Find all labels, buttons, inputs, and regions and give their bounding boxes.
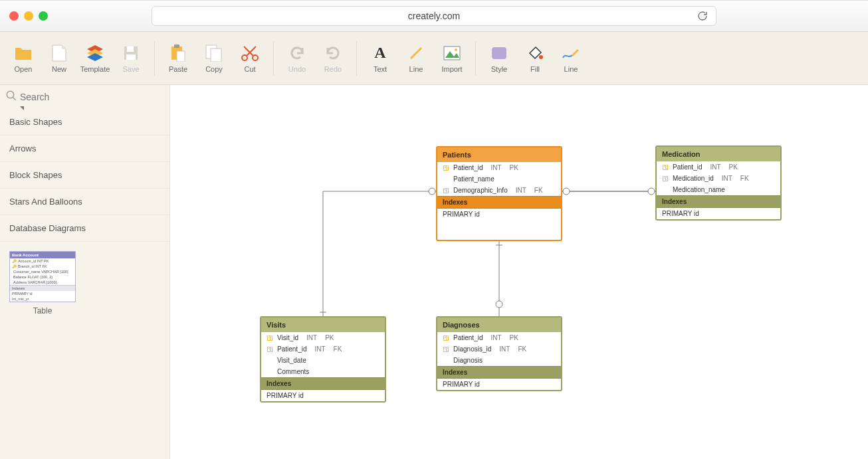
key-icon: ⚿ [443, 335, 449, 341]
bucket-icon [526, 44, 544, 62]
category-stars-balloons[interactable]: Stars And Balloons [0, 189, 169, 215]
entity-medication[interactable]: Medication ⚿ Patient_id INT PK ⚿ Medicat… [655, 145, 782, 221]
key-icon: ⚿ [443, 187, 449, 194]
shape-gallery: Bank Account 🔑Account_id INT PK 🔑Branch_… [0, 242, 169, 325]
key-icon: ⚿ [267, 346, 273, 353]
close-window-button[interactable] [9, 11, 19, 21]
column-row[interactable]: ⚿ Patient_id INT PK [437, 162, 561, 173]
svg-point-18 [455, 48, 457, 51]
indexes-header: Indexes [261, 377, 385, 390]
entity-patients[interactable]: Patients ⚿ Patient_id INT PK Patient_nam… [436, 146, 562, 241]
pencil-line-icon [562, 44, 580, 62]
svg-point-31 [496, 301, 502, 308]
fill-button[interactable]: Fill [517, 44, 553, 73]
svg-line-22 [13, 97, 16, 100]
shapes-sidebar: Basic Shapes Arrows Block Shapes Stars A… [0, 85, 170, 459]
minimize-window-button[interactable] [24, 11, 33, 21]
save-icon [122, 44, 140, 62]
entity-diagnoses[interactable]: Diagnoses ⚿ Patient_id INT PK ⚿ Diagnosi… [436, 316, 562, 391]
category-database-diagrams[interactable]: Database Diagrams [0, 215, 169, 242]
svg-rect-10 [211, 48, 221, 62]
column-row[interactable]: ⚿ Patient_id INT FK [261, 343, 385, 355]
column-row[interactable]: Diagnosis [437, 355, 561, 366]
entity-title: Patients [437, 147, 561, 162]
copy-icon [205, 44, 223, 62]
table-shape-thumb[interactable]: Bank Account 🔑Account_id INT PK 🔑Branch_… [9, 251, 76, 302]
search-row [0, 85, 169, 109]
cut-button[interactable]: Cut [232, 44, 268, 73]
page-icon [50, 44, 68, 62]
separator [154, 41, 155, 76]
new-button[interactable]: New [41, 44, 77, 73]
connectors [170, 85, 868, 459]
column-row[interactable]: ⚿ Medication_id INT FK [657, 173, 780, 184]
text-tool-button[interactable]: A Text [362, 44, 398, 73]
column-row[interactable]: Comments [261, 366, 385, 377]
url-text: creately.com [408, 11, 460, 21]
svg-rect-4 [127, 46, 134, 52]
category-arrows[interactable]: Arrows [0, 136, 169, 162]
browser-title-bar: creately.com [0, 0, 868, 32]
column-row[interactable]: ⚿ Visit_id INT PK [261, 332, 385, 343]
index-row[interactable]: PRIMARY id [437, 379, 561, 390]
save-button[interactable]: Save [113, 44, 149, 73]
key-icon: ⚿ [443, 346, 449, 353]
svg-rect-5 [126, 54, 136, 60]
separator [356, 41, 357, 76]
svg-line-15 [411, 48, 421, 58]
redo-button[interactable]: Redo [315, 44, 351, 73]
index-row[interactable]: PRIMARY id [657, 208, 780, 219]
maximize-window-button[interactable] [39, 11, 48, 21]
undo-button[interactable]: Undo [279, 44, 315, 73]
column-row[interactable]: Medication_name [657, 184, 780, 195]
template-button[interactable]: Template [77, 44, 113, 73]
stack-icon [86, 44, 104, 62]
svg-point-11 [242, 55, 247, 60]
key-icon: ⚿ [443, 165, 449, 171]
diagram-canvas[interactable]: Patients ⚿ Patient_id INT PK Patient_nam… [170, 85, 868, 459]
svg-rect-7 [174, 45, 179, 48]
style-button[interactable]: Style [481, 44, 517, 73]
paste-icon [169, 44, 187, 62]
line-icon [407, 44, 425, 62]
dropdown-indicator-icon[interactable] [20, 106, 24, 110]
shape-thumb-label: Table [9, 306, 76, 316]
redo-icon [324, 44, 342, 62]
separator [475, 41, 476, 76]
svg-point-12 [253, 55, 258, 60]
index-row[interactable]: PRIMARY id [261, 390, 385, 401]
copy-button[interactable]: Copy [196, 44, 232, 73]
column-row[interactable]: ⚿ Diagnosis_id INT FK [437, 343, 561, 355]
open-button[interactable]: Open [5, 44, 41, 73]
column-row[interactable]: Patient_name [437, 173, 561, 185]
search-icon [5, 90, 17, 105]
column-row[interactable]: ⚿ Demographic_Info INT FK [437, 185, 561, 196]
style-icon [490, 44, 508, 62]
column-row[interactable]: Visit_date [261, 355, 385, 366]
paste-button[interactable]: Paste [160, 44, 196, 73]
indexes-header: Indexes [437, 366, 561, 379]
entity-title: Diagnoses [437, 318, 561, 332]
category-basic-shapes[interactable]: Basic Shapes [0, 109, 169, 136]
entity-title: Visits [261, 318, 385, 332]
folder-icon [14, 44, 33, 62]
column-row[interactable]: ⚿ Patient_id INT PK [657, 161, 780, 173]
line-style-button[interactable]: Line [553, 44, 589, 73]
key-icon: ⚿ [662, 164, 669, 171]
image-icon [443, 44, 461, 62]
workspace: Basic Shapes Arrows Block Shapes Stars A… [0, 85, 868, 459]
line-tool-button[interactable]: Line [398, 44, 434, 73]
svg-point-23 [429, 188, 435, 195]
category-block-shapes[interactable]: Block Shapes [0, 162, 169, 189]
column-row[interactable]: ⚿ Patient_id INT PK [437, 332, 561, 343]
svg-point-20 [539, 55, 543, 59]
index-row[interactable]: PRIMARY id [437, 209, 561, 220]
import-button[interactable]: Import [434, 44, 470, 73]
entity-visits[interactable]: Visits ⚿ Visit_id INT PK ⚿ Patient_id IN… [260, 316, 386, 403]
url-bar[interactable]: creately.com [152, 6, 716, 26]
separator [273, 41, 274, 76]
svg-point-28 [648, 188, 655, 195]
search-input[interactable] [20, 88, 164, 106]
svg-point-27 [563, 188, 570, 195]
reload-icon[interactable] [697, 11, 708, 21]
